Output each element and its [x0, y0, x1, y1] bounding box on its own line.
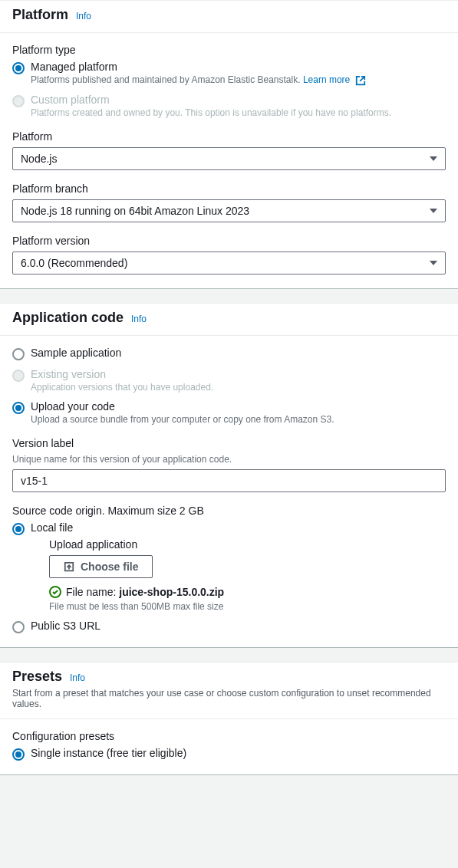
radio-single-instance[interactable]: Single instance (free tier eligible) — [12, 747, 446, 761]
platform-header: Platform Info — [0, 1, 458, 33]
existing-version-label: Existing version — [31, 368, 446, 380]
external-link-icon — [355, 75, 366, 86]
appcode-header: Application code Info — [0, 304, 458, 336]
version-label-group: Version label Unique name for this versi… — [12, 437, 446, 492]
local-file-label: Local file — [31, 521, 446, 534]
platform-version-select[interactable]: 6.0.0 (Recommended) — [12, 252, 446, 275]
radio-icon — [12, 62, 25, 74]
source-origin-title: Source code origin. Maximum size 2 GB — [12, 505, 446, 517]
presets-header: Presets Info Start from a preset that ma… — [0, 663, 458, 719]
platform-title: Platform — [12, 7, 68, 22]
upload-code-label: Upload your code — [31, 400, 446, 413]
radio-managed-platform[interactable]: Managed platform Platforms published and… — [12, 61, 446, 86]
platform-branch-select[interactable]: Node.js 18 running on 64bit Amazon Linux… — [12, 199, 446, 222]
platform-panel: Platform Info Platform type Managed plat… — [0, 0, 458, 289]
single-instance-label: Single instance (free tier eligible) — [31, 747, 446, 759]
radio-existing-version: Existing version Application versions th… — [12, 368, 446, 393]
platform-branch-label: Platform branch — [12, 182, 446, 195]
source-origin-group: Source code origin. Maximum size 2 GB Lo… — [12, 505, 446, 633]
managed-platform-desc: Platforms published and maintained by Am… — [31, 74, 446, 86]
platform-select[interactable]: Node.js — [12, 147, 446, 170]
appcode-info-link[interactable]: Info — [131, 314, 147, 324]
platform-info-link[interactable]: Info — [76, 11, 91, 21]
radio-icon — [12, 621, 25, 633]
file-size-hint: File must be less than 500MB max file si… — [49, 601, 446, 612]
existing-version-desc: Application versions that you have uploa… — [31, 382, 446, 393]
radio-icon — [12, 402, 25, 414]
radio-public-s3-url[interactable]: Public S3 URL — [12, 620, 446, 633]
presets-subtitle: Start from a preset that matches your us… — [12, 688, 446, 709]
upload-app-label: Upload application — [49, 538, 446, 551]
platform-select-group: Platform Node.js — [12, 130, 446, 170]
radio-upload-code[interactable]: Upload your code Upload a source bundle … — [12, 400, 446, 425]
upload-code-desc: Upload a source bundle from your compute… — [31, 414, 446, 425]
radio-icon — [12, 95, 25, 107]
file-name-label: File name: juice-shop-15.0.0.zip — [66, 586, 224, 598]
appcode-title: Application code — [12, 310, 124, 325]
spacer — [0, 648, 458, 662]
platform-type-label: Platform type — [12, 44, 446, 56]
learn-more-link[interactable]: Learn more — [303, 74, 366, 85]
upload-application-block: Upload application Choose file File name… — [49, 538, 446, 612]
radio-local-file[interactable]: Local file Upload application Choose fil… — [12, 521, 446, 612]
chevron-down-icon — [430, 209, 437, 213]
choose-file-button[interactable]: Choose file — [49, 555, 153, 578]
chevron-down-icon — [430, 261, 437, 265]
success-check-icon — [49, 586, 61, 598]
chevron-down-icon — [430, 156, 437, 161]
presets-title: Presets — [12, 669, 62, 684]
custom-platform-desc: Platforms created and owned by you. This… — [31, 107, 446, 118]
radio-custom-platform: Custom platform Platforms created and ow… — [12, 94, 446, 118]
custom-platform-label: Custom platform — [31, 94, 446, 106]
appcode-radio-group: Sample application Existing version Appl… — [12, 347, 446, 425]
platform-select-label: Platform — [12, 130, 446, 143]
presets-panel: Presets Info Start from a preset that ma… — [0, 662, 458, 775]
version-label-input[interactable] — [12, 469, 446, 492]
radio-icon — [12, 523, 25, 535]
radio-sample-application[interactable]: Sample application — [12, 347, 446, 360]
sample-app-label: Sample application — [31, 347, 446, 359]
platform-version-label: Platform version — [12, 235, 446, 247]
radio-icon — [12, 748, 25, 761]
presets-info-link[interactable]: Info — [70, 672, 85, 683]
platform-type-group: Platform type Managed platform Platforms… — [12, 44, 446, 118]
radio-icon — [12, 370, 25, 382]
file-name-row: File name: juice-shop-15.0.0.zip — [49, 586, 446, 598]
s3-url-label: Public S3 URL — [31, 620, 446, 632]
platform-branch-group: Platform branch Node.js 18 running on 64… — [12, 182, 446, 222]
version-label-title: Version label — [12, 437, 446, 449]
config-presets-label: Configuration presets — [12, 730, 446, 742]
application-code-panel: Application code Info Sample application… — [0, 303, 458, 648]
spacer — [0, 289, 458, 303]
upload-icon — [64, 561, 74, 572]
platform-version-group: Platform version 6.0.0 (Recommended) — [12, 235, 446, 275]
config-presets-group: Configuration presets Single instance (f… — [12, 730, 446, 761]
radio-icon — [12, 348, 25, 360]
version-label-hint: Unique name for this version of your app… — [12, 454, 446, 465]
managed-platform-label: Managed platform — [31, 61, 446, 73]
